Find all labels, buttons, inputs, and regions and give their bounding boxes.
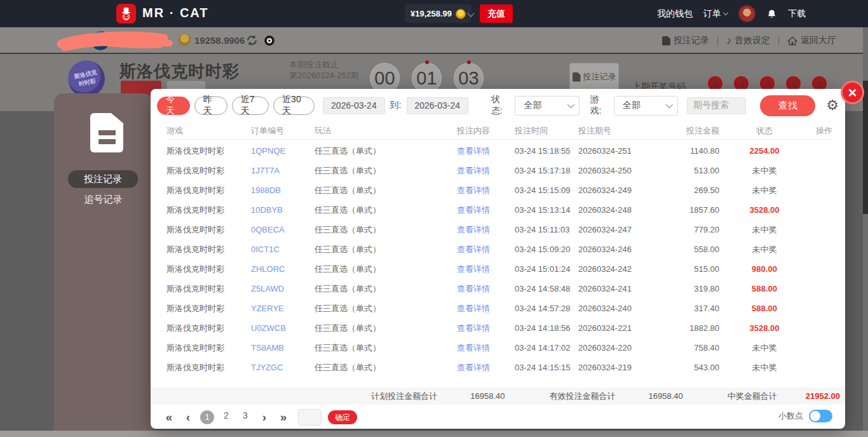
cell-time: 03-24 15:13:14 xyxy=(515,205,578,215)
cell-detail[interactable]: 查看详情 xyxy=(432,244,515,255)
cell-play: 任三直选（单式） xyxy=(315,185,432,196)
account-bar-links: 投注记录 ♪ 音效设定 返回大厅 xyxy=(662,27,836,54)
period-search-input[interactable]: 期号搜索 xyxy=(687,97,746,114)
scrollbar-track[interactable] xyxy=(863,27,868,431)
my-wallet-link[interactable]: 我的钱包 xyxy=(657,8,693,20)
cell-order[interactable]: TS8AMB xyxy=(251,343,315,353)
cell-order[interactable]: 1J7T7A xyxy=(251,166,315,175)
cell-time: 03-24 15:09:20 xyxy=(515,245,578,254)
cell-amount: 1857.60 xyxy=(661,205,719,215)
search-button[interactable]: 查找 xyxy=(760,95,815,116)
cell-order[interactable]: ZHLORC xyxy=(251,264,315,274)
cell-order[interactable]: 0ICT1C xyxy=(251,245,315,254)
cell-amount: 779.20 xyxy=(661,225,719,234)
cell-detail[interactable]: 查看详情 xyxy=(432,283,515,295)
first-page-button[interactable]: « xyxy=(159,410,179,424)
cell-detail[interactable]: 查看详情 xyxy=(432,264,515,275)
game-select-value: 全部 xyxy=(623,100,641,111)
cell-detail[interactable]: 查看详情 xyxy=(432,323,515,334)
coin-icon xyxy=(456,9,466,19)
win-total-value: 21952.00 xyxy=(806,391,840,401)
sidebar-item-chase-records[interactable]: 追号记录 xyxy=(54,194,153,206)
account-bar: 19258.9906 投注记录 ♪ 音效设定 xyxy=(0,27,868,54)
prev-page-button[interactable]: ‹ xyxy=(179,410,198,424)
toggle-knob xyxy=(810,411,820,421)
page-number-1[interactable]: 1 xyxy=(198,410,217,424)
cell-play: 任三直选（单式） xyxy=(315,362,432,373)
cell-order[interactable]: YZERYE xyxy=(251,304,315,313)
date-to-input[interactable]: 2026-03-24 xyxy=(407,97,468,114)
quick-filter-近30天[interactable]: 近30天 xyxy=(273,97,315,115)
close-button[interactable]: × xyxy=(841,81,864,104)
last-page-button[interactable]: » xyxy=(274,410,293,424)
column-header-play: 玩法 xyxy=(315,125,432,137)
decimal-toggle[interactable] xyxy=(809,410,832,422)
refresh-icon[interactable] xyxy=(246,34,258,46)
eye-icon[interactable] xyxy=(262,35,276,46)
sound-settings-link[interactable]: ♪ 音效设定 xyxy=(726,35,770,46)
page-jump-input[interactable] xyxy=(298,409,322,426)
cell-detail[interactable]: 查看详情 xyxy=(432,362,515,373)
sound-settings-label: 音效设定 xyxy=(735,35,770,46)
cell-order[interactable]: 1QPNQE xyxy=(251,146,315,156)
user-avatar[interactable] xyxy=(738,5,756,22)
back-lobby-link[interactable]: 返回大厅 xyxy=(787,35,836,46)
document-line xyxy=(98,139,116,144)
cell-game: 斯洛伐克时时彩 xyxy=(166,303,251,314)
bet-record-header-button[interactable]: 投注记录 xyxy=(569,63,619,91)
account-balance: 19258.9906 xyxy=(194,35,245,46)
document-icon xyxy=(662,36,670,46)
cell-order[interactable]: TJYZGC xyxy=(251,363,315,372)
date-from-input[interactable]: 2026-03-24 xyxy=(323,97,384,114)
table-row: 斯洛伐克时时彩ZHLORC任三直选（单式）查看详情03-24 15:01:242… xyxy=(166,259,832,279)
next-page-button[interactable]: › xyxy=(255,410,274,424)
orders-link[interactable]: 订单 xyxy=(703,8,728,20)
gear-icon[interactable]: ⚙ xyxy=(826,98,839,112)
bell-icon[interactable] xyxy=(766,8,777,20)
table-header: 游戏订单编号玩法投注内容投注时间投注期号投注金额状态操作 xyxy=(166,122,832,140)
cell-status: 未中奖 xyxy=(719,362,810,373)
page-number-3[interactable]: 3 xyxy=(236,410,255,424)
cell-detail[interactable]: 查看详情 xyxy=(432,224,515,236)
cell-detail[interactable]: 查看详情 xyxy=(432,205,515,216)
cell-detail[interactable]: 查看详情 xyxy=(432,165,515,177)
cell-detail[interactable]: 查看详情 xyxy=(432,145,515,157)
cell-amount: 558.00 xyxy=(661,245,719,254)
quick-filter-昨天[interactable]: 昨天 xyxy=(194,97,227,115)
wallet-balance-pill[interactable]: ¥19,258.99 xyxy=(405,4,471,23)
cell-period: 20260324-219 xyxy=(578,363,661,372)
quick-filter-今天[interactable]: 今天 xyxy=(157,97,190,115)
confirm-page-button[interactable]: 确定 xyxy=(328,410,357,424)
cell-amount: 515.00 xyxy=(661,264,719,274)
current-page-indicator: 1 xyxy=(200,410,214,424)
cell-amount: 269.50 xyxy=(661,185,719,195)
cat-tophat-icon xyxy=(119,6,133,21)
cell-detail[interactable]: 查看详情 xyxy=(432,185,515,196)
cell-amount: 543.00 xyxy=(661,363,719,372)
valid-total-label: 有效投注金额合计 xyxy=(550,391,616,402)
sidebar-item-bet-records[interactable]: 投注记录 xyxy=(68,170,138,188)
cell-detail[interactable]: 查看详情 xyxy=(432,303,515,314)
cell-order[interactable]: U0ZWCB xyxy=(251,323,315,333)
cell-order[interactable]: 0QBECA xyxy=(251,225,315,234)
cell-game: 斯洛伐克时时彩 xyxy=(166,205,251,216)
cell-period: 20260324-250 xyxy=(578,166,661,175)
page-number-2[interactable]: 2 xyxy=(217,410,236,424)
game-select[interactable]: 全部 xyxy=(614,96,678,116)
cell-period: 20260324-221 xyxy=(578,323,661,333)
column-header-game: 游戏 xyxy=(166,125,251,137)
records-sidebar: 投注记录 追号记录 xyxy=(54,93,153,431)
cell-order[interactable]: Z5LAWD xyxy=(251,284,315,293)
cell-order[interactable]: 1988DB xyxy=(251,185,315,195)
recharge-button[interactable]: 充值 xyxy=(480,4,513,23)
brand-logo-icon[interactable] xyxy=(116,4,136,24)
quick-filter-近7天[interactable]: 近7天 xyxy=(232,97,269,115)
bet-records-link[interactable]: 投注记录 xyxy=(662,35,709,46)
download-link[interactable]: 下载 xyxy=(788,8,806,20)
scrollbar-thumb[interactable] xyxy=(863,81,868,214)
status-select[interactable]: 全部 xyxy=(515,96,580,116)
cell-detail[interactable]: 查看详情 xyxy=(432,342,515,354)
separator xyxy=(778,36,779,46)
cell-order[interactable]: 10DBYB xyxy=(251,205,315,215)
orders-label: 订单 xyxy=(703,8,721,20)
